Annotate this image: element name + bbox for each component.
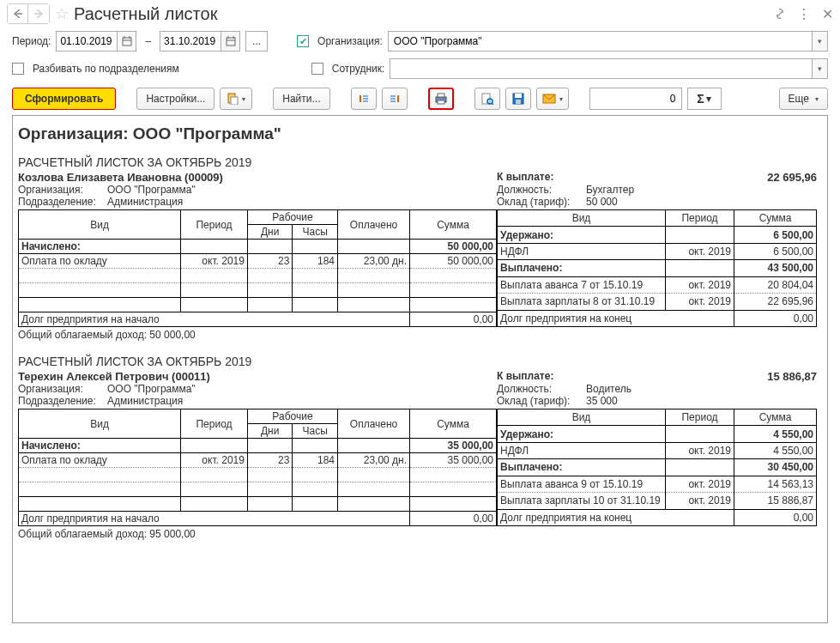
employee-name: Терехин Алексей Петрович (00011) [18, 370, 497, 383]
sum-input[interactable] [589, 88, 682, 110]
accrued-row: Оплата по окладуокт. 20192318423,00 дн.3… [19, 453, 497, 468]
expand-icon [358, 93, 370, 105]
sigma-button[interactable]: Σ▾ [687, 88, 722, 110]
org-combo: ▾ [388, 31, 828, 52]
payslip: РАСЧЕТНЫЙ ЛИСТОК ЗА ОКТЯБРЬ 2019 Терехин… [18, 355, 817, 542]
left-table: ВидПериодРабочиеОплаченоСумма ДниЧасы На… [18, 409, 497, 526]
more-menu-icon[interactable]: ⋮ [797, 6, 812, 22]
forward-button[interactable] [28, 4, 49, 23]
date-to [160, 31, 240, 52]
employee-checkbox[interactable] [311, 63, 323, 75]
dept-value: Администрация [107, 395, 497, 407]
to-pay-amount: 22 695,96 [608, 171, 817, 184]
org-label: Организация: [18, 383, 107, 395]
payout-row: Выплата зарплаты 8 от 31.10.19окт. 20192… [498, 294, 817, 310]
svg-rect-28 [516, 100, 521, 104]
form-button[interactable]: Сформировать [12, 88, 116, 110]
date-from-input[interactable] [57, 32, 117, 51]
org-label: Организация: [18, 184, 107, 196]
date-from-picker[interactable] [117, 32, 136, 51]
org-checkbox[interactable]: ✔ [297, 35, 309, 47]
nav-group [7, 3, 50, 24]
empty-row [19, 468, 497, 482]
svg-rect-21 [438, 94, 444, 97]
date-to-input[interactable] [160, 32, 221, 51]
period-choose-button[interactable]: ... [245, 31, 268, 52]
salary-label: Оклад (тариф): [497, 196, 586, 208]
empty-row [19, 298, 497, 312]
find-button[interactable]: Найти... [273, 88, 329, 110]
report-org-header: Организация: ООО "Программа" [18, 124, 817, 143]
dept-label: Подразделение: [18, 196, 107, 208]
more-button[interactable]: Еще▾ [779, 88, 828, 110]
variants-button[interactable]: ▾ [220, 88, 252, 110]
report-scroll[interactable]: Организация: ООО "Программа" РАСЧЕТНЫЙ Л… [13, 116, 827, 622]
settings-button[interactable]: Настройки... [136, 88, 215, 110]
close-icon[interactable]: ✕ [822, 6, 833, 22]
collapse-button[interactable] [382, 88, 408, 110]
favorite-star-icon[interactable]: ☆ [55, 4, 69, 23]
org-dropdown[interactable]: ▾ [812, 32, 827, 51]
org-label: Организация: [317, 35, 383, 47]
date-from [56, 31, 136, 52]
report-container: Организация: ООО "Программа" РАСЧЕТНЫЙ Л… [12, 115, 828, 623]
paste-icon [227, 93, 239, 105]
svg-rect-27 [515, 94, 522, 98]
preview-button[interactable] [474, 88, 500, 110]
collapse-icon [389, 93, 401, 105]
payslip-title: РАСЧЕТНЫЙ ЛИСТОК ЗА ОКТЯБРЬ 2019 [18, 355, 817, 368]
svg-rect-2 [123, 38, 131, 45]
salary-value: 50 000 [586, 196, 817, 208]
position-value: Водитель [586, 383, 817, 395]
toolbar: Сформировать Настройки... ▾ Найти... ▾ Σ… [0, 82, 840, 115]
back-button[interactable] [8, 4, 28, 23]
date-to-picker[interactable] [221, 32, 239, 51]
to-pay-amount: 15 886,87 [608, 370, 817, 383]
org-value: ООО "Программа" [107, 184, 497, 196]
calendar-icon [226, 36, 236, 46]
tax-income: Общий облагаемый доход: 50 000,00 [18, 327, 817, 343]
org-input[interactable] [389, 32, 812, 51]
email-button[interactable]: ▾ [536, 88, 569, 110]
dept-label: Подразделение: [18, 395, 107, 407]
page-title: Расчетный листок [74, 4, 773, 24]
arrow-right-icon [33, 9, 44, 18]
payout-row: Выплата зарплаты 10 от 31.10.19окт. 2019… [498, 493, 817, 509]
svg-rect-6 [227, 38, 235, 45]
title-actions: ⋮ ✕ [773, 6, 833, 22]
link-icon[interactable] [773, 7, 787, 21]
position-value: Бухгалтер [586, 184, 817, 196]
empty-row [19, 269, 497, 283]
save-button[interactable] [505, 88, 531, 110]
filter-row-2: Разбивать по подразделениям Сотрудник: ▾ [0, 55, 840, 82]
floppy-icon [512, 93, 524, 105]
document-search-icon [480, 93, 494, 105]
employee-dropdown[interactable]: ▾ [812, 59, 827, 78]
print-button[interactable] [428, 88, 454, 110]
tax-income: Общий облагаемый доход: 95 000,00 [18, 526, 817, 542]
payslip-title: РАСЧЕТНЫЙ ЛИСТОК ЗА ОКТЯБРЬ 2019 [18, 155, 817, 169]
sigma-icon: Σ [697, 92, 704, 106]
arrow-left-icon [13, 9, 23, 18]
paidout-total-row: Выплачено:30 450,00 [498, 459, 817, 476]
empty-row [19, 283, 497, 298]
period-dash: – [145, 35, 151, 47]
salary-value: 35 000 [586, 395, 817, 407]
employee-input[interactable] [390, 59, 812, 78]
split-depts-label: Разбивать по подразделениям [33, 63, 179, 75]
salary-label: Оклад (тариф): [497, 395, 586, 407]
position-label: Должность: [497, 184, 586, 196]
printer-icon [434, 93, 448, 105]
withheld-row: НДФЛокт. 20194 550,00 [498, 442, 817, 458]
employee-combo: ▾ [390, 58, 828, 79]
svg-rect-22 [438, 100, 444, 104]
accrued-row: Оплата по окладуокт. 20192318423,00 дн.5… [19, 254, 497, 269]
org-value: ООО "Программа" [107, 383, 497, 395]
expand-button[interactable] [351, 88, 377, 110]
split-depts-checkbox[interactable] [12, 63, 24, 75]
period-label: Период: [12, 35, 51, 47]
paidout-total-row: Выплачено:43 500,00 [498, 260, 817, 276]
envelope-icon [542, 94, 556, 104]
to-pay-label: К выплате: [497, 370, 608, 383]
left-table: ВидПериодРабочиеОплаченоСумма ДниЧасы На… [18, 209, 497, 327]
